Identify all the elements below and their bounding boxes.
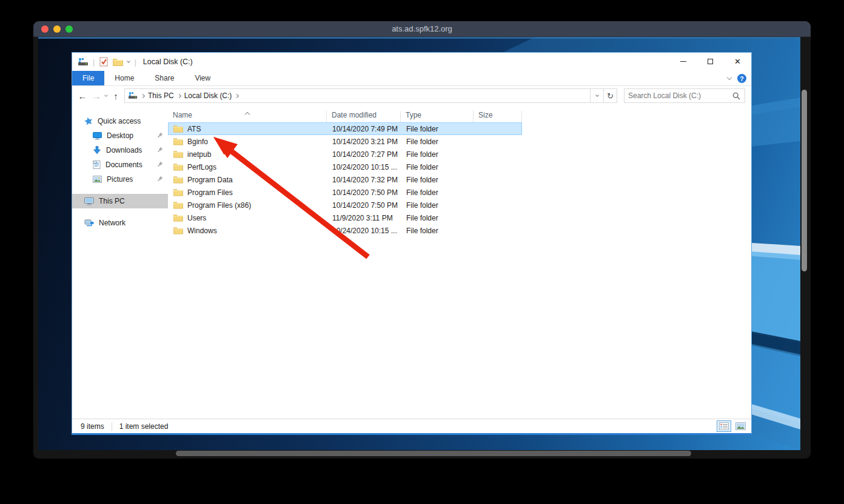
sidebar-item-pictures[interactable]: Pictures: [72, 172, 168, 187]
file-date-modified: 10/24/2020 10:15 ...: [327, 227, 401, 235]
thumbnails-view-button[interactable]: [733, 420, 748, 432]
remote-horizontal-scrollbar[interactable]: [176, 451, 691, 456]
search-box: [624, 88, 745, 103]
file-date-modified: 10/14/2020 7:49 PM: [327, 125, 401, 133]
details-view-button[interactable]: [717, 420, 731, 432]
file-row[interactable]: Users 11/9/2020 3:11 PM File folder: [168, 211, 522, 224]
ribbon-tabs: File Home Share View ?: [72, 71, 751, 86]
tab-view[interactable]: View: [184, 71, 221, 85]
back-button[interactable]: ←: [77, 91, 88, 101]
file-name: Program Files: [187, 188, 233, 197]
file-name: Users: [187, 214, 206, 222]
file-row[interactable]: inetpub 10/14/2020 7:27 PM File folder: [168, 148, 522, 161]
thumbnails-view-icon: [735, 422, 746, 430]
sidebar-item-this-pc[interactable]: This PC: [72, 194, 168, 208]
documents-icon: [93, 161, 101, 169]
pictures-icon: [93, 176, 102, 183]
sidebar-item-desktop[interactable]: Desktop: [72, 128, 168, 143]
explorer-window-title: Local Disk (C:): [143, 58, 193, 66]
file-row[interactable]: Program Files 10/14/2020 7:50 PM File fo…: [168, 186, 522, 199]
explorer-close-button[interactable]: ✕: [724, 53, 751, 70]
sidebar-item-downloads[interactable]: Downloads: [72, 143, 168, 158]
file-type: File folder: [401, 201, 474, 210]
tab-share[interactable]: Share: [144, 71, 184, 85]
file-date-modified: 10/14/2020 7:50 PM: [327, 201, 401, 210]
file-date-modified: 10/14/2020 3:21 PM: [327, 138, 401, 146]
details-view-icon: [719, 422, 729, 430]
file-name: Bginfo: [187, 138, 208, 146]
file-date-modified: 10/14/2020 7:27 PM: [327, 150, 401, 159]
file-type: File folder: [401, 138, 474, 146]
file-name: PerfLogs: [187, 163, 216, 171]
folder-icon: [173, 163, 183, 171]
pin-icon: [157, 161, 163, 167]
address-bar: ← → ↑ This PC: [72, 86, 751, 105]
file-type: File folder: [401, 188, 474, 197]
explorer-maximize-button[interactable]: [697, 53, 724, 70]
network-icon: [84, 219, 94, 227]
breadcrumb-chevron-icon[interactable]: [141, 93, 145, 98]
sidebar-item-documents[interactable]: Documents: [72, 158, 168, 172]
column-headers: Name Date modified Type Size: [168, 105, 751, 122]
address-breadcrumb[interactable]: This PC Local Disk (C:): [125, 89, 590, 102]
quick-access-toolbar: | | Local Disk (C:): [72, 57, 193, 67]
file-date-modified: 10/14/2020 7:32 PM: [327, 176, 401, 184]
new-folder-button-icon[interactable]: [113, 58, 123, 66]
file-date-modified: 10/24/2020 10:15 ...: [327, 163, 401, 171]
file-row[interactable]: PerfLogs 10/24/2020 10:15 ... File folde…: [168, 161, 522, 173]
file-row[interactable]: Windows 10/24/2020 10:15 ... File folder: [168, 224, 522, 237]
folder-icon: [173, 176, 183, 184]
mac-titlebar[interactable]: ats.ad.spfk12.org: [33, 21, 811, 37]
downloads-icon: [93, 146, 101, 154]
properties-button-icon[interactable]: [99, 57, 109, 67]
remote-window-title: ats.ad.spfk12.org: [33, 21, 811, 37]
help-icon[interactable]: ?: [737, 74, 746, 83]
file-list: ATS 10/14/2020 7:49 PM File folder Bginf…: [168, 122, 751, 419]
sidebar-item-quick-access[interactable]: Quick access: [72, 114, 168, 128]
sidebar-item-network[interactable]: Network: [72, 216, 168, 230]
expand-ribbon-chevron-icon[interactable]: [727, 75, 732, 80]
drive-icon: [129, 92, 138, 99]
column-header-name[interactable]: Name: [168, 111, 327, 122]
file-type: File folder: [401, 227, 474, 235]
file-row[interactable]: Program Files (x86) 10/14/2020 7:50 PM F…: [168, 199, 522, 211]
remote-vertical-scrollbar[interactable]: [802, 90, 807, 271]
refresh-button[interactable]: ↻: [603, 89, 617, 102]
forward-button[interactable]: →: [91, 91, 102, 101]
pin-icon: [157, 176, 163, 182]
file-type: File folder: [401, 125, 474, 133]
recent-locations-chevron-icon[interactable]: [104, 93, 108, 97]
search-input[interactable]: [625, 91, 732, 100]
quick-access-star-icon: [84, 117, 93, 125]
windows-desktop-wallpaper[interactable]: | | Local Disk (C:): [38, 37, 800, 450]
address-dropdown-chevron-icon[interactable]: [590, 89, 603, 102]
tab-file[interactable]: File: [72, 71, 104, 85]
up-button[interactable]: ↑: [110, 91, 121, 101]
qat-customize-chevron-icon[interactable]: [127, 59, 131, 63]
breadcrumb-chevron-icon[interactable]: [177, 93, 181, 98]
file-explorer-window: | | Local Disk (C:): [72, 52, 752, 435]
folder-icon: [173, 201, 183, 209]
pin-icon: [157, 132, 163, 138]
selection-count: 1 item selected: [119, 422, 169, 431]
folder-icon: [173, 150, 183, 158]
column-header-date-modified[interactable]: Date modified: [327, 111, 401, 122]
pin-icon: [157, 147, 163, 153]
column-header-type[interactable]: Type: [401, 111, 474, 122]
breadcrumb-chevron-icon[interactable]: [235, 93, 239, 98]
folder-icon: [173, 214, 183, 222]
file-date-modified: 11/9/2020 3:11 PM: [327, 214, 401, 222]
explorer-minimize-button[interactable]: [669, 53, 697, 70]
folder-icon: [173, 188, 183, 196]
breadcrumb-this-pc[interactable]: This PC: [148, 91, 174, 100]
file-type: File folder: [401, 150, 474, 159]
explorer-titlebar[interactable]: | | Local Disk (C:): [72, 53, 751, 71]
file-row[interactable]: Bginfo 10/14/2020 3:21 PM File folder: [168, 135, 522, 148]
breadcrumb-local-disk-c[interactable]: Local Disk (C:): [184, 91, 232, 100]
tab-home[interactable]: Home: [104, 71, 144, 85]
column-header-size[interactable]: Size: [474, 111, 522, 122]
search-icon[interactable]: [732, 92, 740, 100]
file-list-pane: Name Date modified Type Size ATS 10/14/2…: [168, 105, 751, 419]
file-row[interactable]: Program Data 10/14/2020 7:32 PM File fol…: [168, 173, 522, 186]
file-row[interactable]: ATS 10/14/2020 7:49 PM File folder: [168, 122, 522, 135]
